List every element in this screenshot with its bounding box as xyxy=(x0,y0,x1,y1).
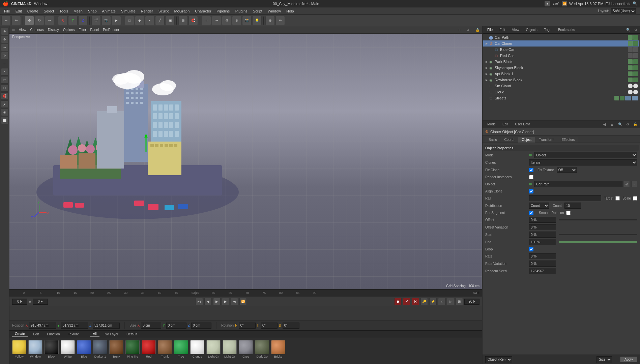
obj-row-rowhouseblock[interactable]: ▶ ◉ Rowhouse.Block xyxy=(483,77,639,83)
prop-input-start[interactable] xyxy=(529,232,556,238)
menu-render[interactable]: Render xyxy=(138,8,156,14)
obj-vis-green[interactable] xyxy=(628,59,633,64)
obj-vis-check[interactable] xyxy=(633,35,638,40)
frame-input-right[interactable] xyxy=(33,299,48,305)
obj-hdr-file[interactable]: File xyxy=(485,27,495,32)
props-userdata-tab[interactable]: User Data xyxy=(513,122,532,127)
move-btn[interactable]: ✥ xyxy=(25,16,34,25)
menu-window[interactable]: Window xyxy=(265,8,284,14)
obj-info-dropdown-right[interactable]: Size xyxy=(597,356,612,363)
obj-settings-icon[interactable]: ⚙ xyxy=(634,28,637,32)
obj-vis-check[interactable] xyxy=(633,59,638,64)
apple-icon[interactable]: 🍎 xyxy=(3,1,8,6)
ls-rotate-btn[interactable]: ↻ xyxy=(1,52,8,59)
scale-btn[interactable]: ⇔ xyxy=(45,16,54,25)
vp-maximize-btn[interactable]: ⊡ xyxy=(458,28,460,32)
live-select-btn[interactable]: ⊕ xyxy=(265,16,275,25)
edge-mode-btn[interactable]: ╱ xyxy=(155,16,165,25)
ls-uv-btn[interactable]: ⬜ xyxy=(1,117,8,124)
ls-scale-btn[interactable]: ⇔ xyxy=(1,44,8,51)
object-mode-btn[interactable]: □ xyxy=(125,16,134,25)
point-mode-btn[interactable]: • xyxy=(145,16,154,25)
obj-row-smcloud[interactable]: □ Sm Cloud xyxy=(483,83,639,89)
mat-darker1[interactable]: Darker 1 xyxy=(93,340,107,358)
vp-view-tab[interactable]: View xyxy=(19,28,26,32)
mat-filter-nolayer[interactable]: No Layer xyxy=(102,332,121,337)
prop-btn-object-pick[interactable]: ◎ xyxy=(624,181,630,187)
y-pos-input[interactable] xyxy=(61,323,88,329)
obj-vis-green[interactable] xyxy=(628,78,633,82)
obj-row-parkblock[interactable]: ▶ ◉ Park.Block xyxy=(483,59,639,65)
obj-row-streets[interactable]: □ Streets xyxy=(483,95,639,101)
prop-cb-fixclone[interactable] xyxy=(529,168,533,172)
go-end-btn[interactable]: ⏭ xyxy=(231,298,238,305)
prop-cb-renderinstances[interactable] xyxy=(529,175,533,179)
menu-mograph[interactable]: MoGraph xyxy=(171,8,192,14)
vp-display-tab[interactable]: Display xyxy=(48,28,59,32)
prop-cb-target[interactable] xyxy=(615,196,620,201)
z-pos-input[interactable] xyxy=(93,323,120,329)
props-tab-object[interactable]: Object xyxy=(518,137,535,143)
render-region-btn[interactable]: 📷 xyxy=(101,16,111,25)
mat-tab-function[interactable]: Function xyxy=(44,332,62,337)
obj-hdr-view[interactable]: View xyxy=(510,27,521,32)
rotate-btn[interactable]: ↻ xyxy=(35,16,44,25)
menu-sculpt[interactable]: Sculpt xyxy=(156,8,172,14)
vp-lock-btn[interactable]: 🔒 xyxy=(475,28,479,32)
x-pos-input[interactable] xyxy=(29,323,56,329)
end-frame-input[interactable] xyxy=(464,299,479,305)
prop-dropdown-mode[interactable]: Object xyxy=(534,152,637,158)
light-btn[interactable]: 💡 xyxy=(252,16,262,25)
mat-tab-texture[interactable]: Texture xyxy=(65,332,82,337)
mat-white[interactable]: White xyxy=(61,340,75,358)
prop-cb-persegment[interactable] xyxy=(529,211,533,215)
menu-character[interactable]: Character xyxy=(192,8,214,14)
z-axis-btn[interactable]: Z xyxy=(78,16,88,25)
obj-vis-extra2[interactable] xyxy=(632,96,638,100)
mat-red[interactable]: Red xyxy=(142,340,156,358)
obj-vis-white[interactable] xyxy=(628,84,633,88)
props-nav-prev[interactable]: ◀ xyxy=(603,122,606,127)
viewport-3d[interactable]: Perspective Grid Spacing : 100 cm xyxy=(9,34,482,289)
props-nav-up[interactable]: ▲ xyxy=(610,122,614,127)
prop-input-ratevar[interactable] xyxy=(529,261,556,267)
obj-vis-dot2[interactable] xyxy=(633,47,638,52)
obj-vis-dot[interactable] xyxy=(628,47,633,52)
props-tab-coord[interactable]: Coord. xyxy=(501,137,518,143)
obj-vis-check[interactable] xyxy=(620,96,624,100)
mat-tree[interactable]: Tree xyxy=(174,340,188,358)
obj-vis-green[interactable] xyxy=(614,96,619,100)
keyframe-btn[interactable]: 🔑 xyxy=(420,298,428,305)
x-axis-btn[interactable]: X xyxy=(58,16,67,25)
play-btn[interactable]: ▶ xyxy=(213,298,221,305)
generator-btn[interactable]: ⚙ xyxy=(222,16,231,25)
vp-options-tab[interactable]: Options xyxy=(63,28,75,32)
menu-help[interactable]: Help xyxy=(284,8,297,14)
sx-input[interactable] xyxy=(141,323,161,329)
next-key-btn[interactable]: ▷ xyxy=(447,298,454,305)
mat-lightgr1[interactable]: Light Gr xyxy=(206,340,221,358)
obj-vis-green[interactable] xyxy=(628,35,633,40)
rp-input[interactable] xyxy=(239,323,256,329)
grid-btn[interactable]: ⊞ xyxy=(178,16,188,25)
menu-tools[interactable]: Tools xyxy=(57,8,71,14)
obj-vis-white2[interactable] xyxy=(633,90,638,94)
search-icon[interactable]: 🔍 xyxy=(633,1,637,6)
ls-move-btn[interactable]: ✥ xyxy=(1,36,8,43)
prop-btn-object-arrow[interactable]: → xyxy=(631,181,637,187)
menu-mesh[interactable]: Mesh xyxy=(71,8,85,14)
ls-magnet-btn[interactable]: 🧲 xyxy=(1,92,8,100)
mat-lightgr2[interactable]: Light Gr xyxy=(223,340,237,358)
rh-input[interactable] xyxy=(261,323,278,329)
menu-script[interactable]: Script xyxy=(250,8,265,14)
obj-vis-check[interactable] xyxy=(633,78,638,82)
props-tab-transform[interactable]: Transform xyxy=(535,137,557,143)
mat-grey[interactable]: Grey xyxy=(239,340,253,358)
props-tab-effectors[interactable]: Effectors xyxy=(558,137,578,143)
sy-input[interactable] xyxy=(166,323,186,329)
obj-vis-check[interactable] xyxy=(633,65,638,70)
model-mode-btn[interactable]: ◆ xyxy=(135,16,144,25)
prop-cb-scale[interactable] xyxy=(633,196,637,201)
mat-yellow[interactable]: Yellow xyxy=(12,340,26,358)
props-mode-tab[interactable]: Mode xyxy=(485,122,498,127)
